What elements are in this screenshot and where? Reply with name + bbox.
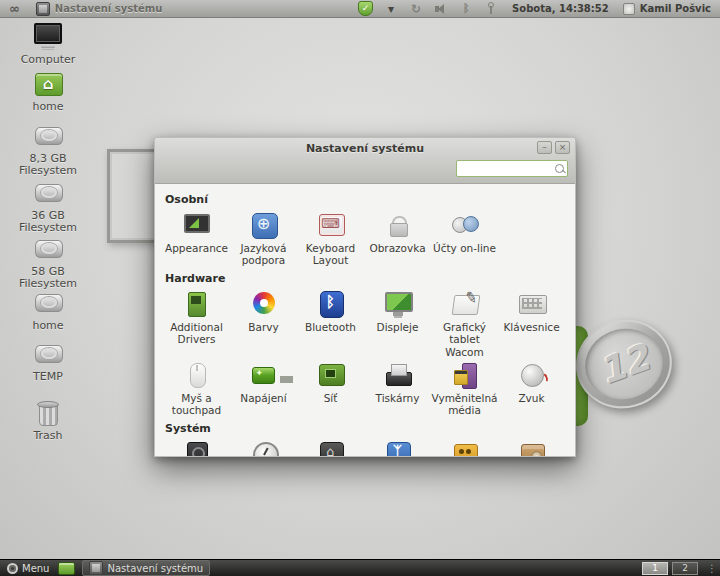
keyboard-layout-icon	[315, 210, 347, 240]
desktop-icon-36-gb-filesystem[interactable]: 36 GB Filesystem	[8, 178, 88, 234]
settings-item-label: Klávesnice	[498, 321, 565, 333]
network-tray-icon[interactable]	[484, 2, 498, 16]
settings-item-grafick-tablet-wacom[interactable]: Grafický tablet Wacom	[431, 289, 498, 358]
mint-coin-face: 12	[578, 321, 671, 408]
settings-item-label: Myš a touchpad	[163, 392, 230, 417]
desktop-icon-58-gb-filesystem[interactable]: 58 GB Filesystem	[8, 234, 88, 290]
desktop-icon-label: 36 GB Filesystem	[8, 210, 88, 234]
settings-item-kl-vesnice[interactable]: Klávesnice	[498, 289, 565, 358]
settings-item-datum-a-as[interactable]: Datum a čas	[230, 439, 297, 456]
appearance-icon	[181, 210, 213, 240]
taskbar: Menu Nastavení systému 12 ⋮	[0, 559, 720, 576]
volume-icon[interactable]	[434, 2, 448, 16]
section-title-osobn: Osobní	[165, 193, 567, 206]
workspace-button-2[interactable]: 2	[672, 562, 698, 575]
desktop-icon-label: Computer	[8, 54, 88, 66]
settings-item-keyboard-layout[interactable]: Keyboard Layout	[297, 210, 364, 267]
settings-content: OsobníAppearanceJazyková podporaKeyboard…	[155, 184, 575, 456]
session-refresh-icon[interactable]	[409, 2, 423, 16]
desktop-icon-label: home	[8, 101, 88, 113]
settings-item-jazykov-podpora[interactable]: Jazyková podpora	[230, 210, 297, 267]
sound-icon	[516, 360, 548, 390]
settings-item-u-ivatelsk-ty[interactable]: Uživatelské účty	[431, 439, 498, 456]
screen-icon	[382, 210, 414, 240]
desktop-icon-home[interactable]: home	[8, 288, 88, 332]
close-button[interactable]: ×	[555, 141, 570, 154]
section-title-hardware: Hardware	[165, 272, 567, 285]
settings-item-tisk-rny[interactable]: Tiskárny	[364, 360, 431, 417]
window-title: Nastavení systému	[155, 142, 575, 155]
desktop-icon-label: 8,3 GB Filesystem	[8, 153, 88, 177]
top-panel: ∞ Nastavení systému Sobota, 14:38:52 Kam…	[0, 0, 720, 18]
computer-icon	[32, 22, 64, 52]
settings-item-univerz-ln-p-stup[interactable]: Univerzální přístup	[364, 439, 431, 456]
panel-expander-icon[interactable]: ⋮	[707, 563, 717, 574]
settings-item-backup[interactable]: Backup	[163, 439, 230, 456]
search-input[interactable]	[456, 160, 568, 177]
mint-version-badge: 12	[593, 336, 654, 392]
workspace-switcher: 12	[642, 562, 698, 575]
software-sources-icon	[516, 439, 548, 456]
removable-media-icon	[449, 360, 481, 390]
settings-item-obrazovka[interactable]: Obrazovka	[364, 210, 431, 267]
online-accounts-icon	[449, 210, 481, 240]
updates-shield-icon[interactable]	[358, 1, 373, 16]
desktop-icon-label: TEMP	[8, 371, 88, 383]
status-icon[interactable]	[384, 2, 398, 16]
settings-item-bluetooth[interactable]: Bluetooth	[297, 289, 364, 358]
menu-button[interactable]: Menu	[0, 560, 56, 576]
desktop-icon-home[interactable]: home	[8, 69, 88, 113]
settings-item-label: Additional Drivers	[163, 321, 230, 346]
section-grid-hardware: Additional DriversBarvyBluetoothDispleje…	[163, 289, 567, 417]
desktop-icon-computer[interactable]: Computer	[8, 22, 88, 66]
menu-icon	[7, 563, 18, 574]
section-title-syst-m: Systém	[165, 422, 567, 435]
keyboard-icon	[516, 289, 548, 319]
workspace-overview-icon[interactable]: ∞	[9, 2, 20, 15]
task-window-icon	[89, 561, 103, 575]
minimize-button[interactable]: –	[537, 141, 552, 154]
settings-item-label: Tiskárny	[364, 392, 431, 404]
settings-item-vym-niteln-m-dia[interactable]: Vyměnitelná média	[431, 360, 498, 417]
desktop-icon-trash[interactable]: Trash	[8, 398, 88, 442]
settings-item-label: Barvy	[230, 321, 297, 333]
language-icon	[248, 210, 280, 240]
desktop-icon-8-3-gb-filesystem[interactable]: 8,3 GB Filesystem	[8, 121, 88, 177]
displays-icon	[382, 289, 414, 319]
settings-item-ty-on-line[interactable]: Účty on-line	[431, 210, 498, 267]
taskbar-window-button[interactable]: Nastavení systému	[82, 560, 210, 576]
desktop-icon-temp[interactable]: TEMP	[8, 339, 88, 383]
settings-item-additional-drivers[interactable]: Additional Drivers	[163, 289, 230, 358]
settings-item-zvuk[interactable]: Zvuk	[498, 360, 565, 417]
settings-item-label: Napájení	[230, 392, 297, 404]
section-grid-syst-m: BackupDatum a časSystémové infoUniverzál…	[163, 439, 567, 456]
settings-item-label: Grafický tablet Wacom	[431, 321, 498, 358]
window-header: Nastavení systému – ×	[155, 138, 575, 184]
printers-icon	[382, 360, 414, 390]
settings-item-displeje[interactable]: Displeje	[364, 289, 431, 358]
settings-item-s[interactable]: Síť	[297, 360, 364, 417]
settings-item-label: Obrazovka	[364, 242, 431, 254]
settings-window: Nastavení systému – × OsobníAppearanceJa…	[154, 137, 576, 457]
home-folder-icon	[32, 69, 64, 99]
show-desktop-icon[interactable]	[58, 562, 75, 575]
settings-item-label: Vyměnitelná média	[431, 392, 498, 417]
settings-item-nap-jen[interactable]: Napájení	[230, 360, 297, 417]
settings-item-syst-mov-info[interactable]: Systémové info	[297, 439, 364, 456]
trash-icon	[32, 398, 64, 428]
workspace-button-1[interactable]: 1	[642, 562, 668, 575]
datetime-icon	[248, 439, 280, 456]
drive-icon	[32, 339, 64, 369]
settings-item-label: Appearance	[163, 242, 230, 254]
settings-item-my-a-touchpad[interactable]: Myš a touchpad	[163, 360, 230, 417]
sysinfo-icon	[315, 439, 347, 456]
panel-clock[interactable]: Sobota, 14:38:52	[512, 3, 609, 14]
panel-username[interactable]: Kamil Pošvic	[640, 3, 711, 14]
window-titlebar[interactable]: Nastavení systému – ×	[155, 138, 575, 158]
settings-item-label: Bluetooth	[297, 321, 364, 333]
settings-item-zdroje-softwaru[interactable]: Zdroje softwaru	[498, 439, 565, 456]
settings-item-barvy[interactable]: Barvy	[230, 289, 297, 358]
drive-icon	[32, 178, 64, 208]
bluetooth-tray-icon[interactable]	[459, 2, 473, 16]
settings-item-appearance[interactable]: Appearance	[163, 210, 230, 267]
